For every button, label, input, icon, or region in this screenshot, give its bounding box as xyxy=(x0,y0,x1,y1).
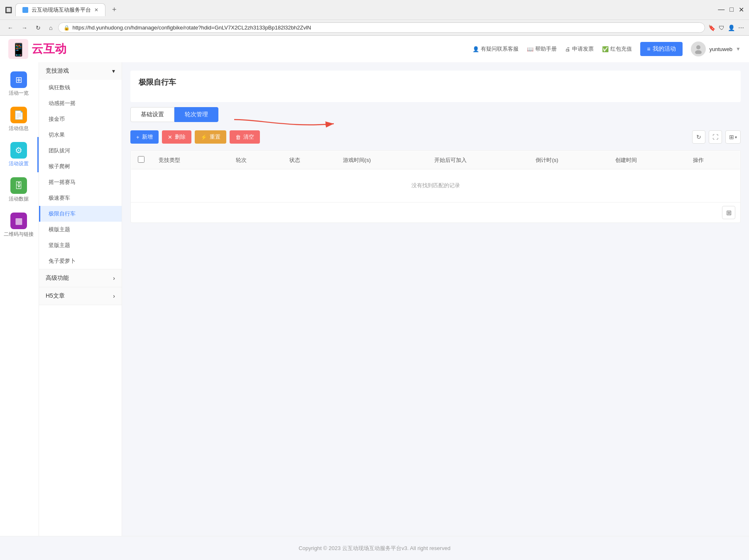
svg-point-2 xyxy=(696,45,700,49)
tab-basic-settings[interactable]: 基础设置 xyxy=(130,107,174,122)
fullscreen-button[interactable]: ⛶ xyxy=(709,130,722,144)
th-round: 轮次 xyxy=(229,151,283,169)
nav-item-crazy-money[interactable]: 疯狂数钱 xyxy=(39,80,122,95)
add-button[interactable]: + 新增 xyxy=(130,130,159,144)
red-envelope-icon: ✅ xyxy=(602,46,609,52)
nav-group-advanced: 高级功能 › xyxy=(39,269,122,287)
activity-info-icon: 📄 xyxy=(10,107,27,123)
column-settings-chevron: ▾ xyxy=(735,135,737,139)
sidebar-item-activity-list[interactable]: ⊞ 活动一览 xyxy=(0,66,39,102)
red-envelope-label: 红包充值 xyxy=(610,45,632,53)
url-input[interactable] xyxy=(72,24,700,31)
reset-button[interactable]: ⚡ 重置 xyxy=(195,130,226,144)
qrcode-icon: ▦ xyxy=(10,213,27,229)
th-join-after-start: 开始后可加入 xyxy=(428,151,529,169)
nav-group-h5-header[interactable]: H5文章 › xyxy=(39,287,122,305)
nav-group-advanced-header[interactable]: 高级功能 › xyxy=(39,269,122,287)
home-button[interactable]: ⌂ xyxy=(47,23,55,33)
toolbar-left: + 新增 ✕ 删除 ⚡ 重置 🗑 清空 xyxy=(130,130,260,144)
left-nav: 竞技游戏 ▾ 疯狂数钱 动感摇一摇 接金币 切水果 团队拔河 猴子爬树 摇一摇赛… xyxy=(39,62,122,536)
nav-item-cut-fruit[interactable]: 切水果 xyxy=(39,127,122,143)
tab-close-icon[interactable]: ✕ xyxy=(94,7,98,13)
nav-item-rabbit-carrot[interactable]: 兔子爱萝卜 xyxy=(39,253,122,269)
browser-title-bar: 🔲 云互动现场互动服务平台 ✕ + — □ ✕ xyxy=(0,0,749,20)
sidebar: ⊞ 活动一览 📄 活动信息 ⚙ 活动设置 🗄 活动数据 ▦ 二维码与链接 xyxy=(0,62,39,536)
maximize-icon[interactable]: □ xyxy=(729,6,734,14)
nav-group-competitive: 竞技游戏 ▾ 疯狂数钱 动感摇一摇 接金币 切水果 团队拔河 猴子爬树 摇一摇赛… xyxy=(39,62,122,269)
forward-button[interactable]: → xyxy=(19,23,30,33)
nav-item-monkey-tree[interactable]: 猴子爬树 xyxy=(39,159,122,174)
customer-service-action[interactable]: 👤 有疑问联系客服 xyxy=(472,45,519,53)
user-dropdown-icon: ▼ xyxy=(736,46,741,52)
back-button[interactable]: ← xyxy=(5,23,16,33)
nav-item-shake-horse[interactable]: 摇一摇赛马 xyxy=(39,174,122,190)
th-countdown: 倒计时(s) xyxy=(529,151,608,169)
grid-view-button[interactable]: ⊞ xyxy=(722,206,735,219)
extension-icon-2[interactable]: 🛡 xyxy=(719,24,725,31)
clear-label: 清空 xyxy=(243,133,254,141)
main-content: 极限自行车 基础设置 轮次管理 xyxy=(122,62,749,536)
clear-button[interactable]: 🗑 清空 xyxy=(230,130,260,144)
data-table: 竞技类型 轮次 状态 游戏时间(s) 开始后可加入 倒计时(s) 创建时间 操作… xyxy=(131,151,740,202)
extension-icon-3[interactable]: 👤 xyxy=(728,24,735,31)
nav-item-portrait-theme[interactable]: 竖版主题 xyxy=(39,237,122,253)
nav-group-competitive-header[interactable]: 竞技游戏 ▾ xyxy=(39,62,122,80)
help-manual-label: 帮助手册 xyxy=(535,45,557,53)
activity-settings-icon: ⚙ xyxy=(10,142,27,159)
refresh-table-button[interactable]: ↻ xyxy=(692,130,705,144)
sidebar-label-activity-settings: 活动设置 xyxy=(9,160,29,167)
add-label: 新增 xyxy=(142,133,153,141)
red-envelope-action[interactable]: ✅ 红包充值 xyxy=(602,45,632,53)
page-title: 极限自行车 xyxy=(139,77,732,87)
clear-icon: 🗑 xyxy=(235,134,241,140)
th-created-time: 创建时间 xyxy=(609,151,686,169)
table-toolbar: + 新增 ✕ 删除 ⚡ 重置 🗑 清空 ↻ ⛶ xyxy=(130,130,741,144)
tab-round-management[interactable]: 轮次管理 xyxy=(174,107,218,122)
minimize-icon[interactable]: — xyxy=(718,6,725,14)
my-activity-button[interactable]: ≡ 我的活动 xyxy=(640,42,683,56)
activity-data-icon: 🗄 xyxy=(10,177,27,194)
table-body: 没有找到匹配的记录 xyxy=(131,169,740,202)
app-footer: Copyright © 2023 云互动现场互动服务平台v3. All righ… xyxy=(0,536,749,560)
nav-item-speed-car[interactable]: 极速赛车 xyxy=(39,190,122,206)
svg-text:📱: 📱 xyxy=(11,42,27,57)
nav-group-h5: H5文章 › xyxy=(39,287,122,305)
sidebar-label-qrcode: 二维码与链接 xyxy=(4,231,34,238)
sidebar-item-activity-info[interactable]: 📄 活动信息 xyxy=(0,102,39,137)
user-area[interactable]: yuntuweb ▼ xyxy=(691,42,741,56)
reset-label: 重置 xyxy=(210,133,220,141)
empty-message: 没有找到匹配的记录 xyxy=(131,169,740,202)
sidebar-item-activity-settings[interactable]: ⚙ 活动设置 xyxy=(0,137,39,172)
extension-icon-1[interactable]: 🔖 xyxy=(708,24,715,31)
th-status: 状态 xyxy=(283,151,336,169)
logo-icon: 📱 xyxy=(8,39,28,59)
nav-item-coin-catch[interactable]: 接金币 xyxy=(39,111,122,127)
new-tab-button[interactable]: + xyxy=(109,5,120,15)
sidebar-label-activity-data: 活动数据 xyxy=(9,196,29,203)
header-actions: 👤 有疑问联系客服 📖 帮助手册 🖨 申请发票 ✅ 红包充值 ≡ 我的活动 xyxy=(472,42,741,56)
empty-row: 没有找到匹配的记录 xyxy=(131,169,740,202)
sidebar-item-activity-data[interactable]: 🗄 活动数据 xyxy=(0,172,39,208)
user-name: yuntuweb xyxy=(709,46,732,52)
column-settings-button[interactable]: ⊞ ▾ xyxy=(725,130,741,144)
refresh-button[interactable]: ↻ xyxy=(33,23,43,33)
toolbar-right: ↻ ⛶ ⊞ ▾ xyxy=(692,130,741,144)
close-icon[interactable]: ✕ xyxy=(739,6,744,14)
delete-button[interactable]: ✕ 删除 xyxy=(162,130,191,144)
lock-icon: 🔒 xyxy=(64,25,70,31)
nav-item-team-tug[interactable]: 团队拔河 xyxy=(39,143,122,159)
delete-icon: ✕ xyxy=(168,134,172,140)
browser-menu-icon[interactable]: ⋯ xyxy=(738,24,744,31)
nav-item-shake[interactable]: 动感摇一摇 xyxy=(39,95,122,111)
app-header: 📱 云互动 👤 有疑问联系客服 📖 帮助手册 🖨 申请发票 ✅ 红包充值 ≡ 我… xyxy=(0,36,749,62)
nav-item-landscape-theme[interactable]: 横版主题 xyxy=(39,222,122,237)
th-checkbox xyxy=(131,151,152,169)
address-bar[interactable]: 🔒 xyxy=(58,22,705,33)
select-all-checkbox[interactable] xyxy=(138,156,144,163)
apply-invoice-label: 申请发票 xyxy=(572,45,594,53)
nav-item-extreme-bike[interactable]: 极限自行车 xyxy=(39,206,122,222)
help-manual-action[interactable]: 📖 帮助手册 xyxy=(527,45,557,53)
browser-tab[interactable]: 云互动现场互动服务平台 ✕ xyxy=(15,3,105,16)
sidebar-item-qrcode[interactable]: ▦ 二维码与链接 xyxy=(0,208,39,243)
apply-invoice-action[interactable]: 🖨 申请发票 xyxy=(565,45,594,53)
